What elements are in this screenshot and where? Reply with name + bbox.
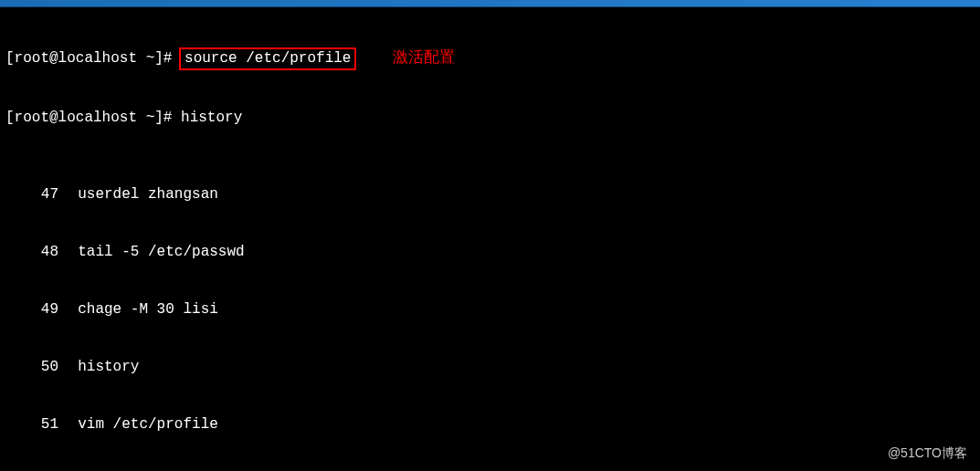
history-number: 49 bbox=[5, 300, 60, 319]
terminal-area[interactable]: [root@localhost ~]# source /etc/profile激… bbox=[0, 7, 980, 471]
history-command: history bbox=[78, 359, 139, 375]
window-titlebar bbox=[0, 0, 980, 7]
history-number: 50 bbox=[5, 358, 60, 377]
history-command: chage -M 30 lisi bbox=[78, 301, 218, 318]
annotation-text: 激活配置 bbox=[393, 48, 455, 66]
history-number: 47 bbox=[5, 185, 60, 204]
history-number: 48 bbox=[5, 243, 60, 262]
highlighted-command: source /etc/profile bbox=[179, 47, 356, 70]
history-entry: 48 tail -5 /etc/passwd bbox=[5, 243, 975, 262]
history-command: tail -5 /etc/passwd bbox=[78, 244, 244, 260]
history-entry: 50 history bbox=[5, 358, 975, 377]
history-entry: 51 vim /etc/profile bbox=[5, 415, 975, 434]
history-entry: 49 chage -M 30 lisi bbox=[5, 300, 975, 319]
shell-prompt: [root@localhost ~]# bbox=[5, 50, 181, 67]
terminal-line: [root@localhost ~]# history bbox=[5, 109, 975, 128]
terminal-line: [root@localhost ~]# source /etc/profile激… bbox=[5, 47, 975, 70]
history-number: 51 bbox=[5, 415, 60, 434]
history-command: vim /etc/profile bbox=[78, 416, 218, 433]
history-entry: 47 userdel zhangsan bbox=[5, 185, 975, 204]
command-text: history bbox=[181, 110, 242, 126]
shell-prompt: [root@localhost ~]# bbox=[5, 110, 181, 126]
watermark-text: @51CTO博客 bbox=[888, 445, 967, 462]
history-command: userdel zhangsan bbox=[78, 186, 218, 203]
